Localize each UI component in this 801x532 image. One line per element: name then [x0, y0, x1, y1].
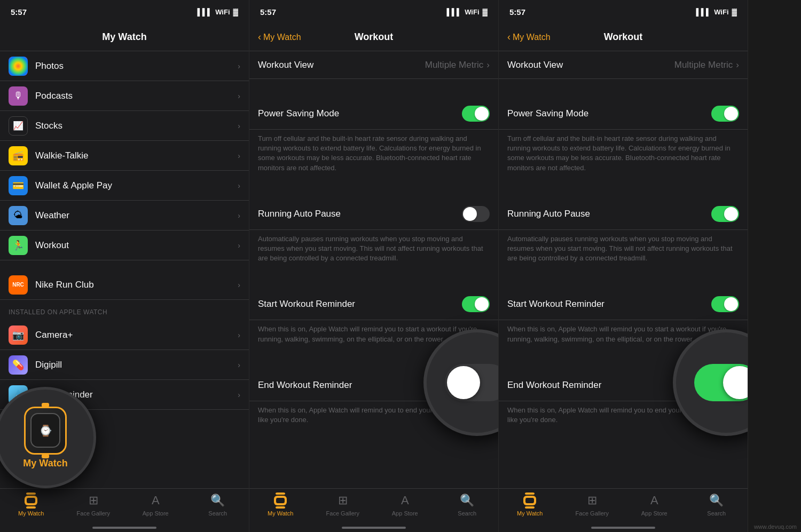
running-auto-pause-row: Running Auto Pause — [249, 198, 498, 230]
start-reminder-toggle-3[interactable] — [711, 296, 739, 312]
tab-mywatch-3[interactable]: My Watch — [499, 493, 561, 517]
workout-view-row-3[interactable]: Workout View Multiple Metric › — [499, 51, 748, 79]
chevron-icon: › — [238, 391, 240, 399]
stocks-icon: 📈 — [9, 116, 28, 136]
tab-search-2[interactable]: 🔍 Search — [436, 493, 499, 517]
list-item-walkie[interactable]: 📻 Walkie-Talkie › — [0, 141, 249, 171]
phone-2: 5:57 ▌▌▌ WiFi ▓ ‹ My Watch Workout Worko… — [249, 0, 499, 532]
photos-label: Photos — [35, 61, 238, 72]
tab-label-appstore-3: App Store — [641, 510, 668, 517]
svg-rect-3 — [27, 498, 35, 503]
tab-facegallery-3[interactable]: ⊞ Face Gallery — [561, 493, 624, 517]
section-gap — [249, 79, 498, 98]
status-bar-1: 5:57 ▌▌▌ WiFi ▓ — [0, 0, 249, 23]
section-gap-3a — [499, 79, 748, 98]
weather-label: Weather — [35, 210, 238, 221]
tab-label-search-1: Search — [208, 510, 227, 517]
tab-label-search-2: Search — [458, 510, 476, 517]
section-gap2 — [249, 179, 498, 198]
tab-search-3[interactable]: 🔍 Search — [686, 493, 748, 517]
nav-back-3[interactable]: ‹ My Watch — [507, 31, 551, 43]
power-saving-toggle[interactable] — [462, 106, 490, 122]
phone-1: 5:57 ▌▌▌ WiFi ▓ My Watch Photos › 🎙 Podc… — [0, 0, 249, 532]
mywatch-tab-icon-2 — [273, 493, 288, 508]
status-icons-3: ▌▌▌ WiFi ▓ — [696, 8, 737, 16]
chevron-icon: › — [238, 281, 240, 289]
start-reminder-label-3: Start Workout Reminder — [507, 299, 604, 309]
phone-3: 5:57 ▌▌▌ WiFi ▓ ‹ My Watch Workout Worko… — [499, 0, 748, 532]
list-item-wallet[interactable]: 💳 Wallet & Apple Pay › — [0, 171, 249, 201]
tab-facegallery-1[interactable]: ⊞ Face Gallery — [62, 493, 125, 517]
status-time-2: 5:57 — [260, 7, 276, 17]
status-time-1: 5:57 — [11, 7, 27, 17]
my-watch-badge: ⌚ My Watch — [0, 387, 96, 488]
svg-rect-11 — [525, 498, 534, 503]
magnified-toggle-2 — [445, 364, 499, 401]
running-auto-pause-desc-3: Automatically pauses running workouts wh… — [499, 230, 748, 270]
tab-appstore-2[interactable]: A App Store — [374, 493, 436, 517]
search-tab-icon-3: 🔍 — [709, 493, 724, 508]
nav-back-label-3: My Watch — [513, 33, 551, 42]
search-tab-icon: 🔍 — [210, 493, 225, 508]
power-saving-row-3: Power Saving Mode — [499, 98, 748, 130]
search-tab-icon-2: 🔍 — [460, 493, 475, 508]
list-item-stocks[interactable]: 📈 Stocks › — [0, 111, 249, 141]
running-auto-pause-toggle[interactable] — [462, 206, 490, 222]
toggle-knob — [475, 107, 489, 121]
running-auto-pause-label: Running Auto Pause — [258, 209, 341, 219]
list-item-workout[interactable]: 🏃 Workout › — [0, 231, 249, 260]
magnified-toggle-3 — [694, 364, 748, 401]
power-saving-row: Power Saving Mode — [249, 98, 498, 130]
tab-label-search-3: Search — [707, 510, 726, 517]
svg-rect-4 — [276, 493, 285, 495]
running-auto-pause-row-3: Running Auto Pause — [499, 198, 748, 230]
workout-view-row[interactable]: Workout View Multiple Metric › — [249, 51, 498, 79]
list-item-podcasts[interactable]: 🎙 Podcasts › — [0, 81, 249, 111]
nav-back-label-2: My Watch — [263, 33, 301, 42]
podcasts-label: Podcasts — [35, 91, 238, 101]
tab-label-mywatch-3: My Watch — [517, 510, 543, 517]
svg-rect-6 — [276, 506, 285, 509]
camera-label: Camera+ — [35, 330, 238, 340]
chevron-icon: › — [238, 122, 240, 130]
svg-rect-0 — [26, 493, 36, 495]
list-item-photos[interactable]: Photos › — [0, 51, 249, 81]
wifi-icon-2: WiFi — [465, 8, 479, 16]
running-auto-pause-toggle-3[interactable] — [711, 206, 739, 222]
start-reminder-toggle[interactable] — [462, 296, 490, 312]
back-arrow-icon-3: ‹ — [507, 31, 511, 43]
workout-view-value-3: Multiple Metric › — [674, 60, 739, 70]
list-item-digipill[interactable]: 💊 Digipill › — [0, 350, 249, 380]
tab-mywatch-1[interactable]: My Watch — [0, 493, 62, 517]
start-reminder-label: Start Workout Reminder — [258, 299, 355, 309]
tab-facegallery-2[interactable]: ⊞ Face Gallery — [312, 493, 374, 517]
tab-search-1[interactable]: 🔍 Search — [187, 493, 249, 517]
wifi-icon-3: WiFi — [714, 8, 728, 16]
tab-appstore-1[interactable]: A App Store — [124, 493, 187, 517]
list-item-camera[interactable]: 📷 Camera+ › — [0, 320, 249, 350]
signal-icon-3: ▌▌▌ — [696, 8, 711, 16]
chevron-icon: › — [486, 60, 490, 70]
power-saving-desc: Turn off cellular and the built-in heart… — [249, 130, 498, 179]
chevron-icon: › — [238, 331, 240, 339]
toggle-knob-2 — [463, 207, 477, 221]
nav-bar-1: My Watch — [0, 23, 249, 51]
tab-mywatch-2[interactable]: My Watch — [249, 493, 312, 517]
tab-bar-1: My Watch ⊞ Face Gallery A App Store 🔍 Se… — [0, 488, 249, 532]
toggle-knob-3c — [724, 297, 738, 311]
list-item-nike[interactable]: NRC Nike Run Club › — [0, 270, 249, 300]
tab-appstore-3[interactable]: A App Store — [623, 493, 686, 517]
tab-bar-2: My Watch ⊞ Face Gallery A App Store 🔍 Se… — [249, 488, 498, 532]
appstore-tab-icon: A — [148, 493, 163, 508]
watermark: www.devuq.com — [754, 523, 797, 530]
power-saving-toggle-3[interactable] — [711, 106, 739, 122]
magnified-toggle-knob-2 — [447, 366, 480, 399]
list-item-weather[interactable]: 🌤 Weather › — [0, 201, 249, 231]
nav-back-2[interactable]: ‹ My Watch — [258, 31, 301, 43]
watch-icon-large: ⌚ — [24, 407, 67, 455]
podcasts-icon: 🎙 — [9, 86, 28, 106]
chevron-icon-3: › — [736, 60, 739, 70]
start-reminder-row-3: Start Workout Reminder — [499, 289, 748, 320]
battery-icon-2: ▓ — [483, 8, 488, 16]
tab-label-mywatch-2: My Watch — [268, 510, 294, 517]
